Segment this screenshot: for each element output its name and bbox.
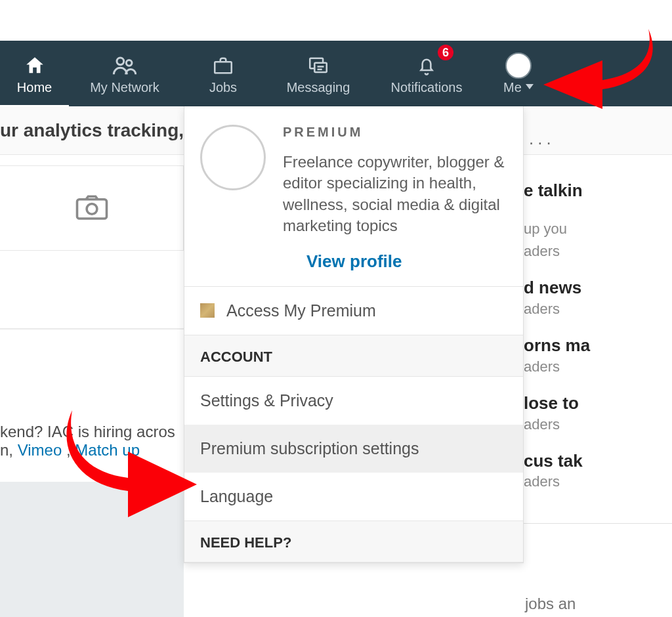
language-settings[interactable]: Language xyxy=(184,473,523,521)
news-column: e talkin up you aders d news aders orns … xyxy=(524,177,672,524)
jobs-snippet: jobs an xyxy=(525,595,576,613)
link-vimeo[interactable]: Vimeo xyxy=(18,441,62,459)
notification-badge: 6 xyxy=(436,43,455,62)
need-help-section-header: NEED HELP? xyxy=(184,521,523,563)
nav-jobs-label: Jobs xyxy=(209,80,237,95)
news-subline: aders xyxy=(524,473,672,490)
premium-subscription-settings[interactable]: Premium subscription settings xyxy=(184,425,523,473)
premium-label: PREMIUM xyxy=(283,125,507,140)
news-headline[interactable]: d news xyxy=(524,278,672,298)
annotation-arrow-left xyxy=(59,400,203,532)
svg-rect-4 xyxy=(314,62,326,72)
me-dropdown: PREMIUM Freelance copywriter, blogger & … xyxy=(184,106,524,563)
svg-point-6 xyxy=(87,204,97,215)
profile-bio: Freelance copywriter, blogger & editor s… xyxy=(283,152,507,237)
divider xyxy=(0,328,184,330)
profile-avatar[interactable] xyxy=(200,125,266,190)
premium-subscription-label: Premium subscription settings xyxy=(200,439,419,458)
access-premium-label: Access My Premium xyxy=(226,301,376,320)
svg-rect-5 xyxy=(77,200,106,219)
news-headline[interactable]: orns ma xyxy=(524,336,672,356)
dropdown-profile-section: PREMIUM Freelance copywriter, blogger & … xyxy=(184,106,523,286)
news-subline: aders xyxy=(524,301,672,318)
nav-notifications[interactable]: Notifications 6 xyxy=(371,41,482,106)
nav-messaging[interactable]: Messaging xyxy=(266,41,371,106)
nav-me-label: Me xyxy=(503,80,522,95)
news-subline: aders xyxy=(524,243,672,260)
premium-chip-icon xyxy=(200,303,215,318)
nav-my-network[interactable]: My Network xyxy=(69,41,180,106)
nav-jobs[interactable]: Jobs xyxy=(180,41,266,106)
messaging-icon xyxy=(306,53,331,79)
nav-notifications-label: Notifications xyxy=(391,80,463,95)
annotation-arrow-top xyxy=(530,22,655,121)
nav-home-label: Home xyxy=(17,80,52,95)
nav-home[interactable]: Home xyxy=(0,41,69,106)
svg-point-0 xyxy=(117,58,124,65)
access-my-premium[interactable]: Access My Premium xyxy=(184,287,523,335)
briefcase-icon xyxy=(211,53,235,79)
background-banner-text: ur analytics tracking, xyxy=(0,120,184,141)
home-icon xyxy=(24,53,46,79)
avatar-icon xyxy=(505,53,532,79)
news-headline[interactable]: e talkin xyxy=(524,181,672,201)
nav-network-label: My Network xyxy=(90,80,159,95)
divider xyxy=(524,523,672,524)
news-subline: up you xyxy=(524,221,672,238)
more-menu[interactable]: ... xyxy=(529,129,555,149)
people-icon xyxy=(112,53,138,79)
account-section-header: ACCOUNT xyxy=(184,335,523,377)
camera-icon xyxy=(74,192,110,224)
news-headline[interactable]: cus tak xyxy=(524,452,672,471)
svg-point-1 xyxy=(126,60,132,66)
language-label: Language xyxy=(200,487,273,506)
bell-icon xyxy=(415,53,438,79)
feed-text-line2: n, xyxy=(0,441,18,459)
news-headline[interactable]: lose to xyxy=(524,394,672,414)
view-profile-link[interactable]: View profile xyxy=(306,251,402,272)
photo-upload-card[interactable] xyxy=(0,165,184,251)
nav-messaging-label: Messaging xyxy=(287,80,350,95)
settings-privacy-label: Settings & Privacy xyxy=(200,391,333,410)
settings-privacy[interactable]: Settings & Privacy xyxy=(184,377,523,425)
news-subline: aders xyxy=(524,358,672,375)
news-subline: aders xyxy=(524,416,672,433)
svg-rect-2 xyxy=(215,62,232,73)
